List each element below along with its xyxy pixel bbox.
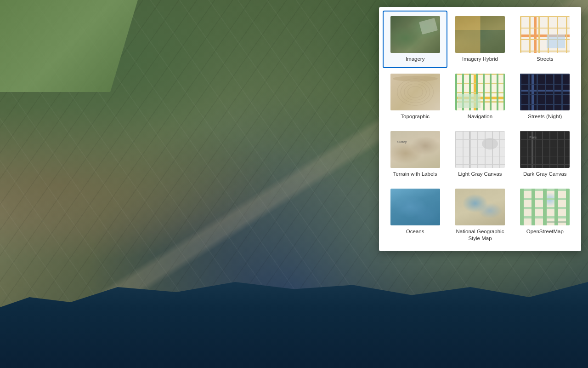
basemap-thumb-osm [520,189,570,225]
basemap-label-light-gray: Light Gray Canvas [458,171,502,178]
basemap-thumb-light-gray [455,131,505,168]
basemap-label-osm: OpenStreetMap [526,228,564,235]
basemap-label-terrain-labels: Terrain with Labels [393,171,437,178]
basemap-grid: ImageryImagery HybridStreetsTopographicN… [379,7,581,251]
basemap-item-oceans[interactable]: Oceans [383,183,447,247]
basemap-item-navigation[interactable]: Navigation [447,68,512,126]
basemap-item-natgeo[interactable]: National Geographic Style Map [447,183,512,247]
basemap-thumb-streets-night [520,74,570,110]
basemap-thumb-terrain-labels [390,131,440,168]
basemap-item-topographic[interactable]: Topographic [383,68,447,126]
basemap-label-topographic: Topographic [401,113,430,120]
basemap-thumb-imagery-hybrid [455,16,505,53]
basemap-label-streets: Streets [537,56,553,63]
basemap-item-streets[interactable]: Streets [513,11,577,68]
basemap-label-natgeo: National Geographic Style Map [452,228,508,242]
basemap-thumb-streets [520,16,570,53]
basemap-label-navigation: Navigation [468,113,492,120]
basemap-thumb-dark-gray [520,131,570,168]
basemap-label-dark-gray: Dark Gray Canvas [523,171,567,178]
basemap-thumb-navigation [455,74,505,110]
basemap-thumb-oceans [390,189,440,225]
basemap-item-terrain-labels[interactable]: Terrain with Labels [383,126,447,183]
basemap-label-imagery-hybrid: Imagery Hybrid [462,56,498,63]
basemap-item-light-gray[interactable]: Light Gray Canvas [447,126,512,183]
basemap-item-dark-gray[interactable]: Dark Gray Canvas [513,126,577,183]
basemap-item-osm[interactable]: OpenStreetMap [513,183,577,247]
basemap-thumb-imagery [390,16,440,53]
basemap-item-imagery[interactable]: Imagery [383,11,447,68]
basemap-label-streets-night: Streets (Night) [528,113,562,120]
basemap-panel: ImageryImagery HybridStreetsTopographicN… [379,7,581,251]
basemap-thumb-natgeo [455,189,505,225]
basemap-label-imagery: Imagery [406,56,425,63]
basemap-label-oceans: Oceans [406,228,424,235]
basemap-item-streets-night[interactable]: Streets (Night) [513,68,577,126]
basemap-item-imagery-hybrid[interactable]: Imagery Hybrid [447,11,512,68]
basemap-thumb-topographic [390,74,440,110]
